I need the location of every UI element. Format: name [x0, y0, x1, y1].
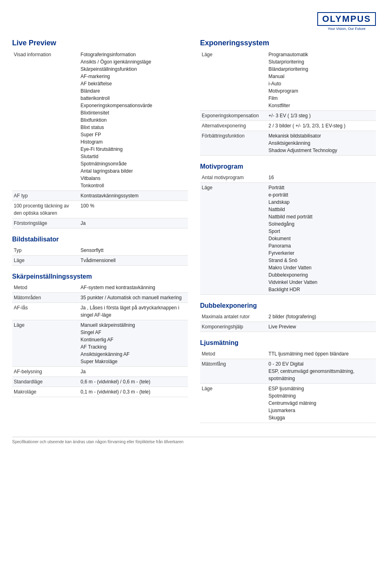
row-label: AF typ	[12, 191, 79, 201]
header: OLYMPUS Your Vision, Our Future	[12, 12, 376, 31]
row-value: 0 - 20 EV DigitalESP, centrumvägd genoms…	[267, 359, 376, 384]
skarpeinst-table: MetodAF-system med kontrastavkänningMäto…	[12, 283, 188, 397]
exponeringssystem-title: Exponeringssystem	[200, 39, 376, 47]
row-value: Live Preview	[267, 322, 376, 332]
dubbelexponering-section: Dubbelexponering Maximala antalet rutor2…	[200, 302, 376, 332]
row-value: AF-system med kontrastavkänning	[79, 283, 188, 293]
row-value: 100 %	[79, 201, 188, 218]
row-value: Sensorflytt	[79, 245, 188, 256]
footer-text: Specifikationer och utseende kan ändras …	[12, 440, 183, 444]
table-row: Standardläge0,6 m - (vidvinkel) / 0,6 m …	[12, 377, 188, 387]
row-value: 0,1 m - (vidvinkel) / 0,3 m - (tele)	[79, 387, 188, 397]
row-value: +/- 3 EV ( 1/3 steg )	[267, 111, 376, 121]
main-columns: Live Preview Visad informationFotografer…	[12, 39, 376, 429]
row-label: Standardläge	[12, 377, 79, 387]
page: OLYMPUS Your Vision, Our Future Live Pre…	[0, 0, 388, 460]
row-label: 100 procentig täckning av den optiska sö…	[12, 201, 79, 218]
table-row: LägePorträtte-porträttLandskapNattbildNa…	[200, 183, 376, 295]
row-label: Maximala antalet rutor	[200, 312, 267, 322]
ljusmatning-section: Ljusmätning MetodTTL ljusmätning med öpp…	[200, 339, 376, 423]
table-row: AF typKontrastavkänningssystem	[12, 191, 188, 201]
row-value: Ja	[79, 367, 188, 377]
dubbelexponering-table: Maximala antalet rutor2 bilder (fotograf…	[200, 312, 376, 332]
row-label: Komponeringshjälp	[200, 322, 267, 332]
row-label: Antal motivprogram	[200, 173, 267, 183]
table-row: FörstoringslägeJa	[12, 218, 188, 228]
table-row: LägeESP ljusmätningSpotmätningCentrumväg…	[200, 384, 376, 423]
skarpeinst-section: Skärpeinställningssystem MetodAF-system …	[12, 273, 188, 397]
table-row: Antal motivprogram16	[200, 173, 376, 183]
table-row: 100 procentig täckning av den optiska sö…	[12, 201, 188, 218]
table-row: MetodAF-system med kontrastavkänning	[12, 283, 188, 293]
motivprogram-title: Motivprogram	[200, 163, 376, 170]
table-row: LägeProgramautomatikSlutarprioriteringBl…	[200, 50, 376, 111]
row-value: Mekanisk bildstabilisatorAnsiktsigenkänn…	[267, 131, 376, 156]
exponeringssystem-table: LägeProgramautomatikSlutarprioriteringBl…	[200, 50, 376, 156]
row-value: Kontrastavkänningssystem	[79, 191, 188, 201]
table-row: Visad informationFotograferingsinformati…	[12, 50, 188, 191]
row-label: Metod	[200, 349, 267, 359]
table-row: AF-låsJa , Låses i första läget på avtry…	[12, 303, 188, 320]
row-value: 2 bilder (fotografering)	[267, 312, 376, 322]
ljusmatning-table: MetodTTL ljusmätning med öppen bländareM…	[200, 349, 376, 423]
row-value: ProgramautomatikSlutarprioriteringBlända…	[267, 50, 376, 111]
row-label: Läge	[200, 183, 267, 295]
table-row: Mätomfång0 - 20 EV DigitalESP, centrumvä…	[200, 359, 376, 384]
live-preview-section: Live Preview Visad informationFotografer…	[12, 39, 188, 228]
row-value: 2 / 3 bilder ( +/- 1/3, 2/3, 1 EV-steg )	[267, 121, 376, 131]
row-value: 16	[267, 173, 376, 183]
row-value: Manuell skärpeinställningSingel AFKontin…	[79, 320, 188, 367]
row-value: 35 punkter / Automatisk och manuell mark…	[79, 293, 188, 303]
row-label: Läge	[200, 384, 267, 423]
row-label: Förbättringsfunktion	[200, 131, 267, 156]
table-row: KomponeringshjälpLive Preview	[200, 322, 376, 332]
table-row: AF-belysningJa	[12, 367, 188, 377]
row-value: ESP ljusmätningSpotmätningCentrumvägd mä…	[267, 384, 376, 423]
row-label: Alternativexponering	[200, 121, 267, 131]
row-label: Mätomfång	[200, 359, 267, 384]
live-preview-table: Visad informationFotograferingsinformati…	[12, 50, 188, 228]
table-row: LägeManuell skärpeinställningSingel AFKo…	[12, 320, 188, 367]
motivprogram-section: Motivprogram Antal motivprogram16LägePor…	[200, 163, 376, 295]
row-label: Läge	[12, 320, 79, 367]
row-value: Tvådimensionell	[79, 256, 188, 266]
motivprogram-table: Antal motivprogram16LägePorträtte-porträ…	[200, 173, 376, 295]
bildstabilisator-section: Bildstabilisator TypSensorflyttLägeTvådi…	[12, 236, 188, 266]
row-value: FotograferingsinformationAnsikts / Ögon …	[79, 50, 188, 191]
table-row: Exponeringskompensation+/- 3 EV ( 1/3 st…	[200, 111, 376, 121]
ljusmatning-title: Ljusmätning	[200, 339, 376, 347]
skarpeinst-title: Skärpeinställningssystem	[12, 273, 188, 280]
row-label: Läge	[200, 50, 267, 111]
table-row: Alternativexponering2 / 3 bilder ( +/- 1…	[200, 121, 376, 131]
table-row: Makroläge0,1 m - (vidvinkel) / 0,3 m - (…	[12, 387, 188, 397]
row-label: Metod	[12, 283, 79, 293]
table-row: MetodTTL ljusmätning med öppen bländare	[200, 349, 376, 359]
dubbelexponering-title: Dubbelexponering	[200, 302, 376, 309]
logo: OLYMPUS	[317, 12, 376, 26]
live-preview-title: Live Preview	[12, 39, 188, 47]
bildstabilisator-title: Bildstabilisator	[12, 236, 188, 243]
row-label: Mätområden	[12, 293, 79, 303]
row-label: Typ	[12, 245, 79, 256]
table-row: TypSensorflytt	[12, 245, 188, 256]
exponeringssystem-section: Exponeringssystem LägeProgramautomatikSl…	[200, 39, 376, 156]
row-label: Förstoringsläge	[12, 218, 79, 228]
row-label: AF-lås	[12, 303, 79, 320]
right-column: Exponeringssystem LägeProgramautomatikSl…	[200, 39, 376, 429]
row-value: Ja , Låses i första läget på avtryckarkn…	[79, 303, 188, 320]
logo-area: OLYMPUS Your Vision, Our Future	[317, 12, 376, 31]
table-row: Maximala antalet rutor2 bilder (fotograf…	[200, 312, 376, 322]
footer: Specifikationer och utseende kan ändras …	[12, 437, 376, 444]
row-label: AF-belysning	[12, 367, 79, 377]
table-row: FörbättringsfunktionMekanisk bildstabili…	[200, 131, 376, 156]
row-label: Läge	[12, 256, 79, 266]
row-value: 0,6 m - (vidvinkel) / 0,6 m - (tele)	[79, 377, 188, 387]
row-value: Ja	[79, 218, 188, 228]
table-row: Mätområden35 punkter / Automatisk och ma…	[12, 293, 188, 303]
row-value: TTL ljusmätning med öppen bländare	[267, 349, 376, 359]
row-label: Exponeringskompensation	[200, 111, 267, 121]
logo-tagline: Your Vision, Our Future	[317, 27, 376, 31]
row-label: Makroläge	[12, 387, 79, 397]
left-column: Live Preview Visad informationFotografer…	[12, 39, 188, 429]
bildstabilisator-table: TypSensorflyttLägeTvådimensionell	[12, 245, 188, 266]
